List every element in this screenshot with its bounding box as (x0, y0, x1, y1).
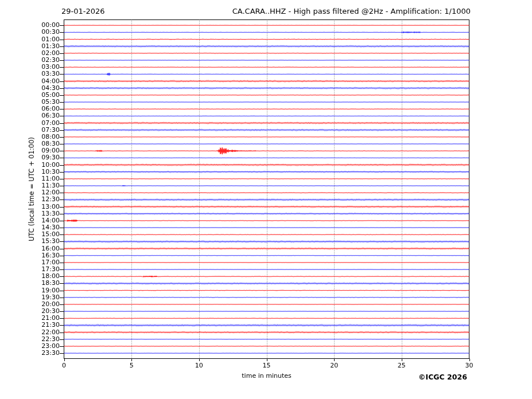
date-label: 29-01-2026 (61, 7, 105, 15)
y-tick-label: 15:30 (0, 238, 60, 245)
x-axis-label: time in minutes (232, 372, 301, 380)
x-tick-label: 30 (458, 362, 481, 369)
y-tick-label: 13:30 (0, 210, 60, 217)
helicorder-plot-canvas (0, 0, 532, 399)
x-tick-label: 0 (53, 362, 76, 369)
y-tick-label: 22:00 (0, 329, 60, 336)
y-tick-label: 03:30 (0, 71, 60, 77)
x-tick-label: 5 (120, 362, 143, 369)
y-tick-label: 01:00 (0, 36, 60, 43)
x-tick-label: 15 (255, 362, 278, 369)
x-tick-label: 20 (323, 362, 345, 369)
y-tick-label: 12:30 (0, 196, 60, 203)
y-tick-label: 07:00 (0, 120, 60, 127)
y-tick-label: 22:30 (0, 336, 60, 343)
y-tick-label: 04:00 (0, 78, 60, 85)
y-tick-label: 23:30 (0, 350, 60, 357)
copyright-label: ©ICGC 2026 (418, 373, 467, 381)
y-tick-label: 01:30 (0, 43, 60, 50)
y-tick-label: 19:30 (0, 294, 60, 301)
y-tick-label: 06:30 (0, 112, 60, 119)
y-tick-label: 10:30 (0, 169, 60, 175)
y-tick-label: 16:30 (0, 252, 60, 259)
y-tick-label: 13:00 (0, 204, 60, 210)
y-tick-label: 21:30 (0, 322, 60, 328)
helicorder-viewer: 29-01-2026 CA.CARA..HHZ - High pass filt… (0, 0, 532, 399)
x-tick-label: 10 (188, 362, 211, 369)
y-tick-label: 04:30 (0, 85, 60, 92)
y-tick-label: 18:30 (0, 280, 60, 287)
plot-title: CA.CARA..HHZ - High pass filtered @2Hz -… (232, 7, 471, 15)
y-tick-label: 10:00 (0, 162, 60, 169)
y-tick-label: 07:30 (0, 127, 60, 134)
y-tick-label: 00:30 (0, 29, 60, 36)
x-tick-label: 25 (390, 362, 413, 369)
y-tick-label: 09:30 (0, 154, 60, 161)
y-tick-label: 16:00 (0, 245, 60, 252)
y-tick-label: 19:00 (0, 287, 60, 294)
